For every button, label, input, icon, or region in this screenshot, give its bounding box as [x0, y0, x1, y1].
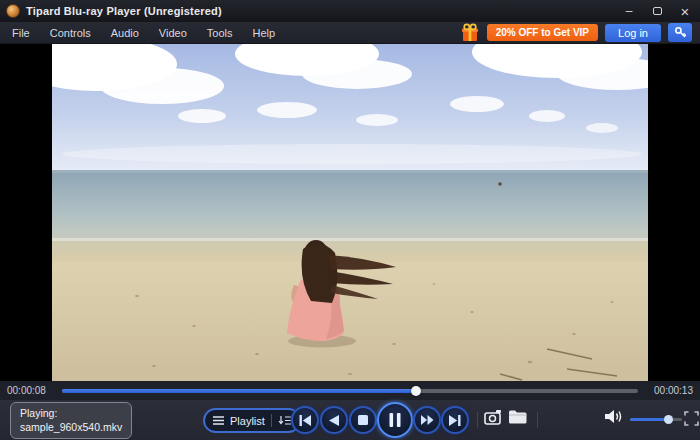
vip-offer-button[interactable]: 20% OFF to Get VIP	[487, 24, 598, 41]
seek-row: 00:00:08 00:00:13	[0, 381, 700, 400]
title-bar: Tipard Blu-ray Player (Unregistered) – ×	[0, 0, 700, 22]
maximize-icon	[653, 7, 662, 15]
volume-icon	[605, 409, 623, 424]
menu-item-video[interactable]: Video	[149, 22, 197, 44]
mute-button[interactable]	[605, 409, 623, 424]
menu-item-controls[interactable]: Controls	[40, 22, 101, 44]
volume-slider[interactable]	[630, 418, 682, 421]
divider	[477, 412, 478, 428]
close-button[interactable]: ×	[676, 3, 694, 19]
rewind-button[interactable]	[320, 406, 348, 434]
sort-order-icon[interactable]	[278, 415, 291, 426]
volume-thumb[interactable]	[664, 415, 673, 424]
window-title: Tipard Blu-ray Player (Unregistered)	[26, 5, 222, 17]
stop-button[interactable]	[349, 406, 377, 434]
video-stage	[0, 44, 700, 381]
next-icon	[449, 415, 461, 426]
control-bar: Playing: sample_960x540.mkv Playlist	[0, 400, 700, 440]
key-icon	[674, 26, 687, 39]
login-button[interactable]: Log in	[605, 24, 661, 42]
forward-button[interactable]	[413, 406, 441, 434]
playlist-button[interactable]: Playlist	[203, 408, 301, 433]
previous-icon	[299, 415, 311, 426]
menu-list-icon	[213, 416, 224, 425]
folder-icon	[508, 409, 528, 425]
app-window: Tipard Blu-ray Player (Unregistered) – ×…	[0, 0, 700, 440]
register-button[interactable]	[668, 23, 692, 42]
menu-item-tools[interactable]: Tools	[197, 22, 243, 44]
forward-icon	[421, 415, 434, 425]
maximize-button[interactable]	[648, 3, 666, 19]
pause-icon	[389, 413, 401, 427]
menu-item-audio[interactable]: Audio	[101, 22, 149, 44]
app-logo-icon	[6, 4, 20, 18]
minimize-button[interactable]: –	[620, 3, 638, 19]
gift-icon[interactable]	[460, 23, 480, 42]
fullscreen-button[interactable]	[684, 411, 699, 426]
pill-divider	[271, 414, 272, 427]
menu-item-file[interactable]: File	[2, 22, 40, 44]
now-playing-line1: Playing:	[20, 406, 122, 420]
previous-button[interactable]	[291, 406, 319, 434]
next-button[interactable]	[441, 406, 469, 434]
snapshot-button[interactable]	[484, 409, 504, 425]
menu-item-help[interactable]: Help	[242, 22, 285, 44]
pause-button[interactable]	[377, 402, 413, 438]
stop-icon	[358, 415, 368, 425]
now-playing-tooltip: Playing: sample_960x540.mkv	[10, 402, 132, 439]
total-time-label: 00:00:13	[647, 385, 693, 396]
fullscreen-icon	[684, 411, 699, 426]
camera-icon	[484, 409, 504, 425]
current-time-label: 00:00:08	[7, 385, 53, 396]
now-playing-line2: sample_960x540.mkv	[20, 420, 122, 434]
seek-bar[interactable]	[62, 389, 638, 393]
video-surface[interactable]	[52, 44, 648, 381]
playlist-label: Playlist	[230, 415, 265, 427]
divider	[537, 412, 538, 428]
rewind-icon	[329, 415, 339, 426]
seek-progress	[62, 389, 416, 393]
seek-thumb[interactable]	[411, 386, 421, 396]
volume-fill	[630, 418, 668, 421]
open-file-button[interactable]	[508, 409, 528, 425]
menu-bar: File Controls Audio Video Tools Help 20%…	[0, 22, 700, 44]
beach-scene	[52, 44, 648, 381]
